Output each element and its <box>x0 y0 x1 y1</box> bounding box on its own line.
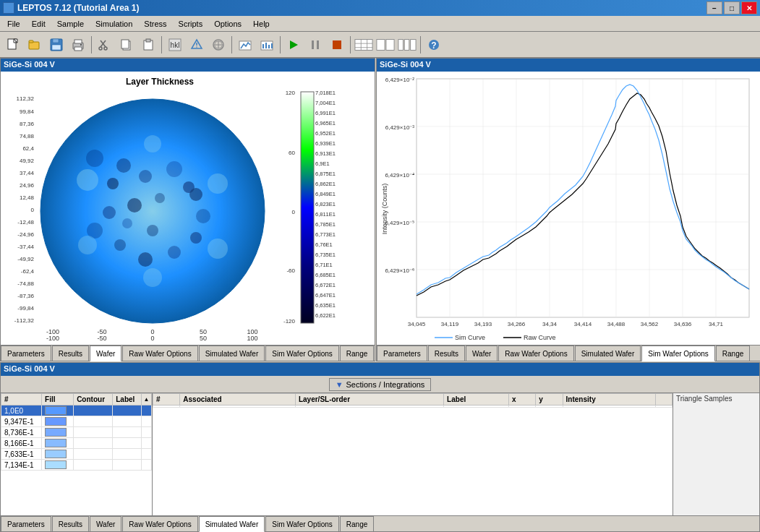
svg-text:-12,48: -12,48 <box>17 219 34 226</box>
tab-range-right[interactable]: Range <box>716 346 750 361</box>
svg-text:6,965E1: 6,965E1 <box>315 120 336 126</box>
svg-point-96 <box>189 188 202 201</box>
tab-range-left[interactable]: Range <box>340 346 374 361</box>
tab-results-bottom[interactable]: Results <box>52 516 89 531</box>
svg-text:6,773E1: 6,773E1 <box>315 231 336 238</box>
toolbar-print[interactable] <box>68 35 88 55</box>
svg-point-104 <box>143 268 162 287</box>
menu-edit[interactable]: Edit <box>27 18 50 30</box>
svg-text:7,018E1: 7,018E1 <box>315 90 336 96</box>
toolbar-grid1[interactable] <box>354 35 374 55</box>
menu-options[interactable]: Options <box>210 18 246 30</box>
toolbar-help[interactable]: ? <box>424 35 444 55</box>
curve-chart[interactable]: Intensity (Counts) 6,429×10⁻² 6,429×10⁻³… <box>377 72 760 345</box>
svg-text:87,36: 87,36 <box>20 121 35 127</box>
tab-raw-wafer-options-bottom[interactable]: Raw Wafer Options <box>122 516 197 531</box>
tab-results-right[interactable]: Results <box>428 346 465 361</box>
svg-text:-74,88: -74,88 <box>17 280 34 287</box>
toolbar-pause[interactable] <box>305 35 325 55</box>
svg-text:120: 120 <box>286 90 296 96</box>
toolbar-save[interactable] <box>46 35 67 55</box>
toolbar-stop[interactable] <box>327 35 347 55</box>
svg-text:49,92: 49,92 <box>20 158 35 164</box>
minimize-button[interactable]: − <box>706 1 722 14</box>
svg-rect-45 <box>404 39 409 50</box>
cell-level: 7,134E-1 <box>1 460 42 471</box>
svg-text:-37,44: -37,44 <box>17 244 34 250</box>
tab-range-bottom[interactable]: Range <box>340 516 374 531</box>
tab-simulated-wafer-right[interactable]: Simulated Wafer <box>575 346 641 361</box>
table-row[interactable]: 7,134E-1 <box>1 460 152 471</box>
tab-sim-wafer-options-left[interactable]: Sim Wafer Options <box>265 346 339 361</box>
svg-text:6,672E1: 6,672E1 <box>315 282 336 288</box>
table-row[interactable]: 8,166E-1 <box>1 438 152 449</box>
menu-sample[interactable]: Sample <box>53 18 88 30</box>
table-row[interactable]: 7,633E-1 <box>1 449 152 460</box>
tab-raw-wafer-options-left[interactable]: Raw Wafer Options <box>122 346 197 361</box>
close-button[interactable]: ✕ <box>741 1 757 14</box>
table-row[interactable]: 1,0E0 <box>1 406 152 416</box>
tab-sim-wafer-options-right[interactable]: Sim Wafer Options <box>641 346 715 361</box>
separator-3 <box>231 36 232 53</box>
triangle-samples-label: Triangle Samples <box>673 393 759 404</box>
svg-rect-3 <box>29 40 33 43</box>
cell-label <box>113 460 142 471</box>
tab-parameters-left[interactable]: Parameters <box>1 346 51 361</box>
tab-results-left[interactable]: Results <box>52 346 89 361</box>
wafer-map-chart[interactable]: Layer Thickness -100 -50 0 50 100 112,32… <box>1 72 375 345</box>
cell-label <box>113 406 142 416</box>
svg-text:34,34: 34,34 <box>542 321 558 327</box>
menu-help[interactable]: Help <box>249 18 274 30</box>
toolbar-btn-8[interactable] <box>235 35 255 55</box>
svg-text:99,84: 99,84 <box>20 108 35 115</box>
toolbar-paste[interactable] <box>138 35 158 55</box>
tab-sim-wafer-options-bottom[interactable]: Sim Wafer Options <box>265 516 339 531</box>
app-icon <box>3 2 14 14</box>
toolbar-grid2[interactable] <box>375 35 396 55</box>
svg-text:34,193: 34,193 <box>474 321 492 327</box>
bottom-middle-panel: # Associated Layer/SL-order Label x y In… <box>153 393 673 515</box>
svg-rect-36 <box>333 40 341 49</box>
svg-text:6,429×10⁻⁶: 6,429×10⁻⁶ <box>385 267 414 274</box>
toolbar-run[interactable] <box>283 35 304 55</box>
bottom-right-panel: Triangle Samples <box>673 393 759 515</box>
menu-stress[interactable]: Stress <box>140 18 171 30</box>
menu-file[interactable]: File <box>3 18 25 30</box>
toolbar-btn-9[interactable] <box>257 35 277 55</box>
svg-text:6,76E1: 6,76E1 <box>315 241 333 248</box>
toolbar-btn-6[interactable] <box>187 35 207 55</box>
tab-simulated-wafer-bottom[interactable]: Simulated Wafer <box>199 516 265 532</box>
tab-simulated-wafer-left[interactable]: Simulated Wafer <box>199 346 265 361</box>
table-row[interactable]: 9,347E-1 <box>1 416 152 427</box>
tab-wafer-right[interactable]: Wafer <box>466 346 498 361</box>
toolbar-btn-5[interactable]: hkl <box>165 35 185 55</box>
svg-text:34,562: 34,562 <box>641 321 659 327</box>
col-scroll[interactable]: ▲ <box>142 394 152 406</box>
toolbar-cut[interactable] <box>95 35 115 55</box>
toolbar-open[interactable] <box>25 35 45 55</box>
toolbar-new[interactable] <box>3 35 23 55</box>
tab-parameters-bottom[interactable]: Parameters <box>1 516 51 531</box>
tab-wafer-bottom[interactable]: Wafer <box>90 516 121 531</box>
tab-wafer-left[interactable]: Wafer <box>90 346 121 361</box>
svg-rect-8 <box>74 40 82 43</box>
toolbar-copy[interactable] <box>116 35 137 55</box>
menu-scripts[interactable]: Scripts <box>174 18 208 30</box>
svg-text:-112,32: -112,32 <box>14 317 35 324</box>
table-row[interactable]: 8,736E-1 <box>1 427 152 438</box>
cell-level: 8,736E-1 <box>1 427 42 438</box>
toolbar-grid3[interactable] <box>397 35 417 55</box>
tab-parameters-right[interactable]: Parameters <box>377 346 427 361</box>
cell-contour <box>74 406 113 416</box>
svg-text:6,9E1: 6,9E1 <box>315 160 330 167</box>
toolbar-btn-7[interactable] <box>208 35 229 55</box>
svg-text:-100: -100 <box>46 328 59 335</box>
menu-simulation[interactable]: Simulation <box>91 18 137 30</box>
svg-rect-46 <box>411 39 416 50</box>
svg-rect-43 <box>386 39 394 50</box>
maximize-button[interactable]: □ <box>724 1 740 14</box>
table-row[interactable] <box>153 406 673 408</box>
tab-raw-wafer-options-right[interactable]: Raw Wafer Options <box>498 346 573 361</box>
svg-text:6,862E1: 6,862E1 <box>315 181 336 187</box>
sections-integrations-button[interactable]: ▼ Sections / Integrations <box>329 378 432 391</box>
